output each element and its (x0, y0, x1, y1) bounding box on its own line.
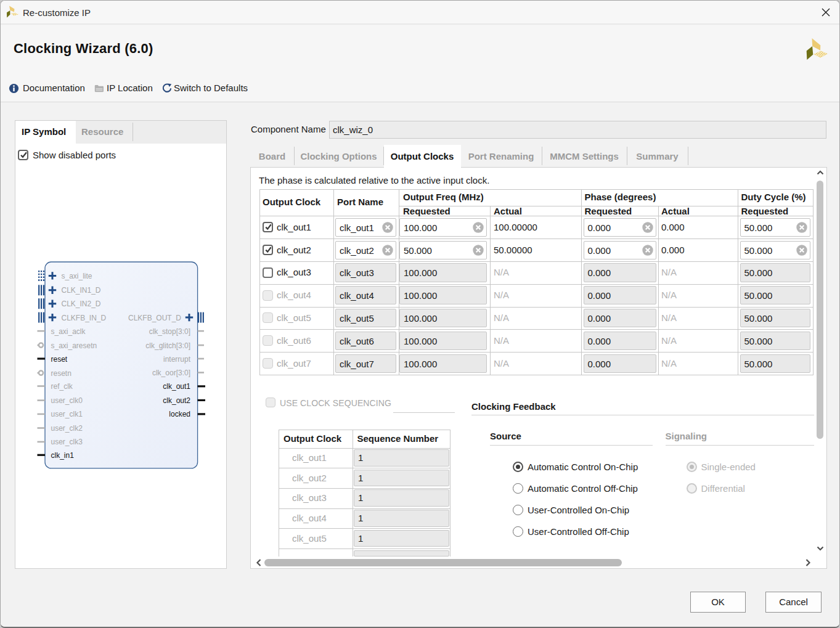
svg-text:locked: locked (169, 410, 190, 418)
svg-text:ref_clk: ref_clk (51, 382, 73, 391)
svg-text:resetn: resetn (51, 369, 71, 378)
svg-text:clk_out2: clk_out2 (163, 396, 190, 405)
svg-text:s_axi_lite: s_axi_lite (62, 272, 92, 280)
svg-text:clk_stop[3:0]: clk_stop[3:0] (149, 327, 190, 336)
svg-text:CLKFB_OUT_D: CLKFB_OUT_D (128, 314, 181, 322)
svg-text:s_axi_aclk: s_axi_aclk (51, 327, 86, 336)
svg-text:user_clk1: user_clk1 (51, 410, 83, 418)
svg-text:user_clk3: user_clk3 (51, 438, 83, 446)
svg-text:interrupt: interrupt (163, 355, 191, 364)
svg-text:clk_oor[3:0]: clk_oor[3:0] (152, 369, 190, 377)
svg-text:CLK_IN2_D: CLK_IN2_D (62, 300, 101, 308)
svg-text:clk_out1: clk_out1 (163, 382, 190, 391)
svg-text:clk_in1: clk_in1 (51, 451, 75, 460)
svg-text:CLK_IN1_D: CLK_IN1_D (62, 286, 101, 295)
svg-text:s_axi_aresetn: s_axi_aresetn (51, 341, 97, 350)
svg-text:reset: reset (51, 355, 68, 364)
svg-text:user_clk2: user_clk2 (51, 424, 83, 433)
svg-text:clk_glitch[3:0]: clk_glitch[3:0] (145, 341, 190, 350)
svg-text:CLKFB_IN_D: CLKFB_IN_D (62, 314, 107, 322)
svg-text:user_clk0: user_clk0 (51, 396, 83, 405)
